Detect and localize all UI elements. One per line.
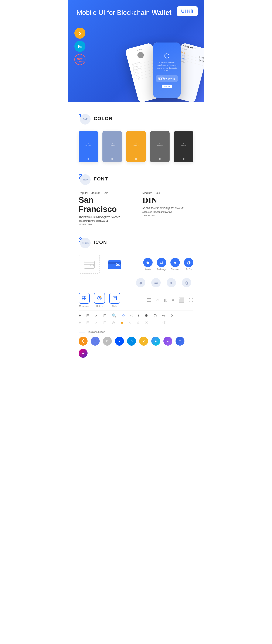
icon-exchange: ⇄ Exchange: [157, 258, 166, 270]
icon-info: ⓘ: [189, 297, 194, 303]
svg-rect-8: [84, 296, 86, 298]
icon-discover: ● Discover: [170, 258, 180, 270]
coin-polkadot: ●: [78, 349, 88, 358]
swatch-gray-blue: # 8DA0C8: [102, 131, 122, 162]
icon-grid-gray: ⊞: [86, 320, 90, 325]
section-header-color: 1 ONE COLOR: [78, 113, 194, 124]
icon-row-gray: ◆ ⇄ ● ◑: [78, 278, 194, 287]
icon-list: ⊡: [103, 313, 106, 318]
icon-search-gray: ⊙: [112, 320, 115, 325]
icon-swap: ⇔: [162, 313, 165, 318]
blockchain-line: [78, 332, 85, 332]
icon-share: ⟨: [138, 313, 140, 318]
hero-section: Mobile UI for Blockchain Wallet UI Kit S…: [68, 0, 204, 102]
icon-grid2: ⊞: [86, 313, 90, 318]
tool-icons-inactive: + ⊞ ✓ ⊡ ⊙ ★ < ⇄ ✕ → ⓘ: [78, 320, 194, 325]
icon-order: Order: [109, 293, 120, 307]
tool-icons-active: + ⊞ ✓ ⊡ 🔍 ☆ < ⟨ ⚙ ⬡ ⇔ ✕: [78, 313, 194, 318]
svg-rect-9: [82, 298, 84, 300]
icon-grid-main: ◆ Assets ⇄ Exchange ● Discover ◑ Profile: [78, 254, 194, 274]
icon-wireframe: [78, 254, 100, 274]
icon-section: 3 THREE ICON: [68, 232, 204, 372]
color-swatches: # 3574FA # 8DA0C8 # F5A623: [78, 131, 194, 162]
icon-star-active: ☆: [122, 313, 125, 318]
icon-hex: ⬡: [154, 313, 157, 318]
icon-exchange-gray: ⇄: [151, 278, 161, 287]
coin-grid: ◈: [151, 337, 160, 346]
font-grid: Regular · Medium · Bold San Francisco AB…: [78, 191, 194, 226]
coin-chainlink: ⬡: [176, 337, 184, 346]
section-header-icon: 3 THREE ICON: [78, 236, 194, 248]
icon-circle: ●: [172, 297, 174, 303]
section-header-font: 2 TWO FONT: [78, 173, 194, 185]
icon-assets-gray: ◆: [136, 278, 145, 287]
icon-chat: ☰: [147, 297, 151, 303]
coin-bitcoin: ₿: [78, 337, 88, 346]
icon-star-gold: ★: [120, 320, 124, 325]
icon-plus-gray: +: [78, 320, 81, 325]
icon-wallet-blue: [104, 254, 126, 274]
icon-info-gray: ⓘ: [162, 320, 166, 325]
crypto-row: ₿ Ξ Ł ◂ Đ Ƶ ◈ ▲ ⬡ ●: [78, 337, 194, 358]
icon-layers: ≋: [155, 297, 159, 303]
icon-check: ✓: [95, 313, 98, 318]
svg-point-6: [117, 264, 118, 265]
icon-check-gray: ✓: [95, 320, 98, 325]
icon-profile: ◑ Profile: [184, 258, 194, 270]
ui-kit-badge: UI Kit: [177, 6, 198, 16]
coin-ethereum: Ξ: [91, 337, 100, 346]
phone-mockups: Profile Management Message Red Collect N…: [126, 47, 204, 102]
icon-discover-gray: ●: [166, 278, 176, 287]
coin-zcash: Ƶ: [139, 337, 148, 346]
svg-rect-0: [84, 261, 94, 268]
blockchain-label: BlockChain Icon: [78, 330, 194, 334]
icon-row-nav: Mangment History: [78, 293, 194, 307]
section-number-2: 2 TWO: [78, 173, 90, 185]
icon-forward-gray: →: [154, 320, 157, 325]
coin-waves: ◂: [115, 337, 124, 346]
icon-plus: +: [78, 314, 81, 318]
icon-back-gray: <: [129, 320, 131, 325]
svg-rect-10: [84, 298, 86, 300]
screens-badge: 60+ Screens: [74, 54, 86, 65]
swatch-orange: # F5A623: [126, 131, 146, 162]
coin-dash: Đ: [127, 337, 136, 346]
sketch-badge: S: [74, 28, 86, 39]
hero-badges: S Ps 60+ Screens: [74, 28, 86, 65]
section-number-3: 3 THREE: [78, 236, 90, 248]
icon-moon: ◐: [164, 297, 168, 303]
section-number-1: 1 ONE: [78, 113, 90, 124]
icon-chat2: ⬜: [179, 297, 184, 303]
icon-close-gray: ✕: [145, 320, 148, 325]
icon-profile-gray: ◑: [182, 278, 191, 287]
font-section: 2 TWO FONT Regular · Medium · Bold San F…: [68, 169, 204, 232]
icon-close: ✕: [171, 313, 174, 318]
icon-assets: ◆ Assets: [143, 258, 152, 270]
swatch-blue: # 3574FA: [78, 131, 98, 162]
icon-search: 🔍: [112, 313, 116, 318]
phone-center: ⬡ Character may be manifested in the gre…: [153, 42, 180, 98]
ps-badge: Ps: [74, 41, 86, 52]
icon-list-gray: ⊡: [103, 320, 106, 325]
swatch-dark: # 303030: [174, 131, 194, 162]
icon-settings: ⚙: [145, 313, 148, 318]
icon-back: <: [130, 314, 133, 318]
icon-share-gray: ⇄: [136, 320, 140, 325]
svg-point-12: [100, 296, 101, 298]
divider-1: [78, 310, 194, 311]
color-section: 1 ONE COLOR # 3574FA # 8DA0C8: [68, 102, 204, 169]
coin-polygon: ▲: [164, 337, 172, 346]
font-san-francisco: Regular · Medium · Bold San Francisco AB…: [78, 191, 130, 226]
font-din: Medium · Bold DIN ABCDEFGHIJKLMNOPQRSTUV…: [142, 191, 194, 226]
swatch-gray: # 666666: [150, 131, 170, 162]
icon-history: History: [94, 293, 105, 307]
coin-litecoin: Ł: [103, 337, 112, 346]
icon-management: Mangment: [78, 293, 90, 307]
svg-rect-7: [82, 296, 84, 298]
